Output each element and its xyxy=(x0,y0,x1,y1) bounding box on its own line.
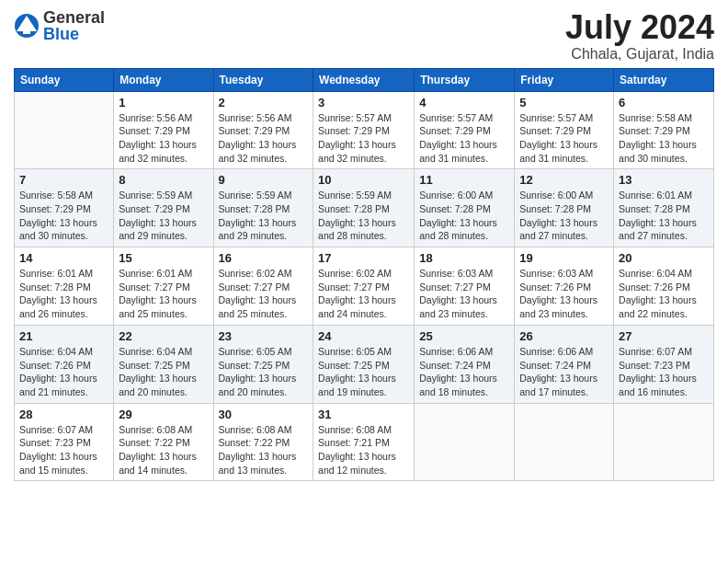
calendar-cell: 17Sunrise: 6:02 AM Sunset: 7:27 PM Dayli… xyxy=(313,247,415,326)
logo-icon xyxy=(14,13,40,39)
day-info: Sunrise: 6:08 AM Sunset: 7:21 PM Dayligh… xyxy=(318,423,409,477)
calendar-cell: 2Sunrise: 5:56 AM Sunset: 7:29 PM Daylig… xyxy=(213,91,313,169)
calendar-cell: 30Sunrise: 6:08 AM Sunset: 7:22 PM Dayli… xyxy=(213,403,313,481)
day-info: Sunrise: 6:06 AM Sunset: 7:24 PM Dayligh… xyxy=(519,345,609,399)
calendar-cell: 21Sunrise: 6:04 AM Sunset: 7:26 PM Dayli… xyxy=(15,325,114,403)
day-number: 12 xyxy=(519,173,609,187)
calendar-cell: 14Sunrise: 6:01 AM Sunset: 7:28 PM Dayli… xyxy=(15,247,114,326)
calendar-cell: 16Sunrise: 6:02 AM Sunset: 7:27 PM Dayli… xyxy=(213,247,313,326)
calendar-cell: 9Sunrise: 5:59 AM Sunset: 7:28 PM Daylig… xyxy=(213,169,313,247)
day-number: 19 xyxy=(519,251,609,265)
calendar-cell: 3Sunrise: 5:57 AM Sunset: 7:29 PM Daylig… xyxy=(313,91,415,169)
calendar-cell: 15Sunrise: 6:01 AM Sunset: 7:27 PM Dayli… xyxy=(114,247,213,326)
day-info: Sunrise: 5:57 AM Sunset: 7:29 PM Dayligh… xyxy=(519,111,609,166)
day-number: 2 xyxy=(219,96,309,109)
page-container: General Blue July 2024 Chhala, Gujarat, … xyxy=(0,0,728,490)
logo-blue: Blue xyxy=(43,26,105,42)
header-row: SundayMondayTuesdayWednesdayThursdayFrid… xyxy=(15,68,714,91)
calendar-table: SundayMondayTuesdayWednesdayThursdayFrid… xyxy=(14,68,714,482)
calendar-cell: 8Sunrise: 5:59 AM Sunset: 7:29 PM Daylig… xyxy=(114,169,213,247)
week-row-5: 28Sunrise: 6:07 AM Sunset: 7:23 PM Dayli… xyxy=(15,403,714,481)
day-info: Sunrise: 6:07 AM Sunset: 7:23 PM Dayligh… xyxy=(619,345,709,399)
day-number: 8 xyxy=(119,173,208,187)
day-info: Sunrise: 5:59 AM Sunset: 7:28 PM Dayligh… xyxy=(318,189,409,243)
day-info: Sunrise: 6:01 AM Sunset: 7:27 PM Dayligh… xyxy=(119,267,208,321)
day-number: 3 xyxy=(318,96,409,109)
day-number: 25 xyxy=(419,329,509,343)
day-number: 1 xyxy=(119,96,208,109)
calendar-cell: 27Sunrise: 6:07 AM Sunset: 7:23 PM Dayli… xyxy=(614,325,714,403)
day-number: 23 xyxy=(219,329,309,343)
day-number: 7 xyxy=(19,173,108,187)
day-number: 22 xyxy=(119,329,208,343)
calendar-cell: 29Sunrise: 6:08 AM Sunset: 7:22 PM Dayli… xyxy=(114,403,213,481)
week-row-2: 7Sunrise: 5:58 AM Sunset: 7:29 PM Daylig… xyxy=(15,169,714,247)
title-block: July 2024 Chhala, Gujarat, India xyxy=(565,9,714,63)
day-number: 30 xyxy=(219,408,309,421)
header-cell-thursday: Thursday xyxy=(415,68,515,91)
day-number: 17 xyxy=(318,251,409,265)
day-info: Sunrise: 6:03 AM Sunset: 7:27 PM Dayligh… xyxy=(419,267,509,321)
calendar-cell xyxy=(515,403,614,481)
day-number: 11 xyxy=(419,173,509,187)
calendar-cell: 31Sunrise: 6:08 AM Sunset: 7:21 PM Dayli… xyxy=(313,403,415,481)
header-cell-monday: Monday xyxy=(114,68,213,91)
day-info: Sunrise: 5:58 AM Sunset: 7:29 PM Dayligh… xyxy=(19,189,108,243)
day-info: Sunrise: 6:01 AM Sunset: 7:28 PM Dayligh… xyxy=(19,267,108,321)
day-number: 5 xyxy=(519,96,609,109)
day-info: Sunrise: 5:59 AM Sunset: 7:29 PM Dayligh… xyxy=(119,189,208,243)
calendar-cell: 26Sunrise: 6:06 AM Sunset: 7:24 PM Dayli… xyxy=(515,325,614,403)
week-row-4: 21Sunrise: 6:04 AM Sunset: 7:26 PM Dayli… xyxy=(15,325,714,403)
header-cell-tuesday: Tuesday xyxy=(213,68,313,91)
day-info: Sunrise: 6:03 AM Sunset: 7:26 PM Dayligh… xyxy=(519,267,609,321)
day-number: 21 xyxy=(19,329,108,343)
day-info: Sunrise: 5:59 AM Sunset: 7:28 PM Dayligh… xyxy=(219,189,309,243)
day-number: 26 xyxy=(519,329,609,343)
day-info: Sunrise: 6:04 AM Sunset: 7:26 PM Dayligh… xyxy=(619,267,709,321)
day-number: 29 xyxy=(119,408,208,421)
day-number: 31 xyxy=(318,408,409,421)
day-info: Sunrise: 5:57 AM Sunset: 7:29 PM Dayligh… xyxy=(318,111,409,166)
day-info: Sunrise: 6:05 AM Sunset: 7:25 PM Dayligh… xyxy=(219,345,309,399)
day-info: Sunrise: 6:08 AM Sunset: 7:22 PM Dayligh… xyxy=(219,423,309,477)
day-info: Sunrise: 6:05 AM Sunset: 7:25 PM Dayligh… xyxy=(318,345,409,399)
svg-rect-2 xyxy=(23,27,30,34)
calendar-cell xyxy=(415,403,515,481)
calendar-header: SundayMondayTuesdayWednesdayThursdayFrid… xyxy=(15,68,714,91)
day-info: Sunrise: 6:02 AM Sunset: 7:27 PM Dayligh… xyxy=(219,267,309,321)
calendar-cell: 20Sunrise: 6:04 AM Sunset: 7:26 PM Dayli… xyxy=(614,247,714,326)
calendar-cell: 28Sunrise: 6:07 AM Sunset: 7:23 PM Dayli… xyxy=(15,403,114,481)
day-info: Sunrise: 6:02 AM Sunset: 7:27 PM Dayligh… xyxy=(318,267,409,321)
day-info: Sunrise: 6:00 AM Sunset: 7:28 PM Dayligh… xyxy=(519,189,609,243)
day-info: Sunrise: 6:08 AM Sunset: 7:22 PM Dayligh… xyxy=(119,423,208,477)
calendar-cell xyxy=(614,403,714,481)
day-number: 13 xyxy=(619,173,709,187)
logo: General Blue xyxy=(14,9,105,42)
header-cell-sunday: Sunday xyxy=(15,68,114,91)
day-info: Sunrise: 5:58 AM Sunset: 7:29 PM Dayligh… xyxy=(619,111,709,166)
day-number: 28 xyxy=(19,408,108,421)
calendar-cell: 23Sunrise: 6:05 AM Sunset: 7:25 PM Dayli… xyxy=(213,325,313,403)
calendar-cell: 11Sunrise: 6:00 AM Sunset: 7:28 PM Dayli… xyxy=(415,169,515,247)
day-info: Sunrise: 6:06 AM Sunset: 7:24 PM Dayligh… xyxy=(419,345,509,399)
day-info: Sunrise: 6:01 AM Sunset: 7:28 PM Dayligh… xyxy=(619,189,709,243)
header: General Blue July 2024 Chhala, Gujarat, … xyxy=(14,9,714,63)
calendar-cell: 5Sunrise: 5:57 AM Sunset: 7:29 PM Daylig… xyxy=(515,91,614,169)
week-row-3: 14Sunrise: 6:01 AM Sunset: 7:28 PM Dayli… xyxy=(15,247,714,326)
week-row-1: 1Sunrise: 5:56 AM Sunset: 7:29 PM Daylig… xyxy=(15,91,714,169)
day-number: 4 xyxy=(419,96,509,109)
header-cell-wednesday: Wednesday xyxy=(313,68,415,91)
day-number: 18 xyxy=(419,251,509,265)
calendar-body: 1Sunrise: 5:56 AM Sunset: 7:29 PM Daylig… xyxy=(15,91,714,481)
day-number: 14 xyxy=(19,251,108,265)
calendar-cell: 24Sunrise: 6:05 AM Sunset: 7:25 PM Dayli… xyxy=(313,325,415,403)
calendar-cell: 22Sunrise: 6:04 AM Sunset: 7:25 PM Dayli… xyxy=(114,325,213,403)
calendar-cell: 6Sunrise: 5:58 AM Sunset: 7:29 PM Daylig… xyxy=(614,91,714,169)
day-info: Sunrise: 6:07 AM Sunset: 7:23 PM Dayligh… xyxy=(19,423,108,477)
day-number: 10 xyxy=(318,173,409,187)
calendar-cell: 10Sunrise: 5:59 AM Sunset: 7:28 PM Dayli… xyxy=(313,169,415,247)
calendar-cell: 7Sunrise: 5:58 AM Sunset: 7:29 PM Daylig… xyxy=(15,169,114,247)
calendar-cell: 18Sunrise: 6:03 AM Sunset: 7:27 PM Dayli… xyxy=(415,247,515,326)
header-cell-friday: Friday xyxy=(515,68,614,91)
calendar-cell: 12Sunrise: 6:00 AM Sunset: 7:28 PM Dayli… xyxy=(515,169,614,247)
